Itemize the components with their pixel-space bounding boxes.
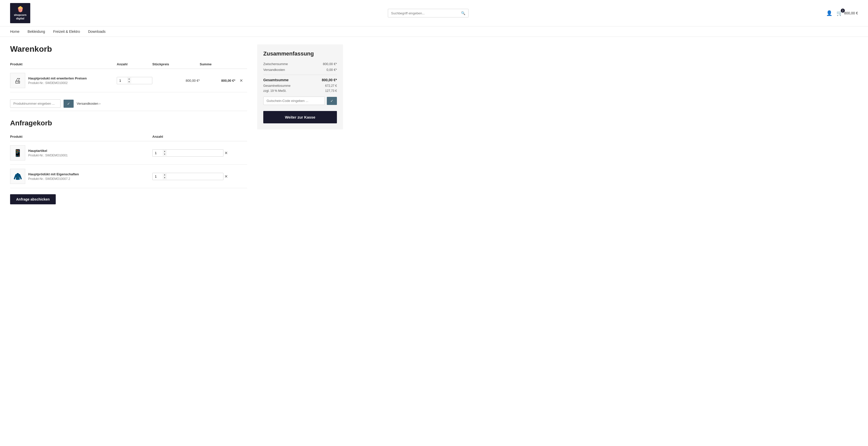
- gesamtsumme-label: Gesamtsumme: [263, 78, 288, 82]
- anfrage-product-sku-1: Produkt-Nr.: SWDEMO10001: [28, 154, 68, 157]
- anfrage-qty-down-1[interactable]: ▼: [163, 153, 167, 156]
- coupon-check-button[interactable]: ✓: [327, 97, 337, 105]
- col-header-stueck: Stückpreis: [152, 60, 200, 69]
- main-content: Warenkorb Produkt Anzahl Stückpreis Summ…: [0, 37, 353, 212]
- shipping-costs-link[interactable]: Versandkosten ›: [77, 102, 100, 106]
- anfrage-qty-1: ▲ ▼: [152, 149, 223, 157]
- summary-title: Zusammenfassung: [263, 51, 337, 57]
- header: 🍿 shopcorn digital 🔍 👤 🛒 3 800,00 €: [0, 0, 868, 27]
- product-icon: 🖨: [14, 77, 21, 85]
- anfrage-product-icon-1: 📱: [13, 149, 22, 157]
- search-button[interactable]: 🔍: [458, 9, 468, 17]
- remove-item-button[interactable]: ✕: [239, 77, 244, 84]
- summary-netto-row: Gesamtnettosumme 672,27 €: [263, 84, 337, 88]
- logo[interactable]: 🍿 shopcorn digital: [10, 3, 30, 23]
- anfrage-table: Produkt Anzahl 📱 Hauptartikel: [10, 132, 247, 188]
- product-sku: Produkt-Nr.: SWDEMO10002: [28, 81, 87, 85]
- anfrage-product-name-2: Hauptprödükt mit Eigenschaften: [28, 172, 79, 176]
- qty-down[interactable]: ▼: [127, 81, 131, 84]
- anfrage-submit-button[interactable]: Anfrage abschicken: [10, 194, 56, 204]
- logo-icon: 🍿: [14, 6, 27, 13]
- mwst-label: zzgl. 19 % MwSt.: [263, 89, 286, 93]
- anfrage-col-anzahl: Anzahl: [152, 132, 223, 141]
- header-actions: 👤 🛒 3 800,00 €: [826, 10, 858, 16]
- anfrage-remove-1-button[interactable]: ✕: [223, 150, 229, 156]
- user-icon[interactable]: 👤: [826, 10, 832, 16]
- warenkorb-title: Warenkorb: [10, 44, 247, 54]
- gesamtsumme-value: 800,00 €*: [322, 78, 337, 82]
- col-header-anzahl: Anzahl: [117, 60, 152, 69]
- col-header-summe: Summe: [200, 60, 235, 69]
- main-nav: Home Bekleidung Freizeit & Elektro Downl…: [0, 27, 868, 37]
- product-cell: 🖨 Hauptprodukt mit erweiterten Preisen P…: [10, 73, 117, 88]
- shipping-arrow-icon: ›: [99, 102, 100, 106]
- cart-icon-wrap: 🛒 3: [836, 10, 843, 16]
- anfragekorb-title: Anfragekorb: [10, 119, 247, 127]
- anfrage-row-2: 🧥 Hauptprödükt mit Eigenschaften Produkt…: [10, 165, 247, 188]
- cart-total: 800,00 €: [844, 11, 858, 15]
- quantity-stepper[interactable]: [117, 77, 127, 84]
- search-bar: 🔍: [388, 9, 469, 18]
- nav-home[interactable]: Home: [10, 30, 20, 34]
- nav-freizeit[interactable]: Freizeit & Elektro: [53, 30, 80, 34]
- col-header-product: Produkt: [10, 60, 117, 69]
- cart-area[interactable]: 🛒 3 800,00 €: [836, 10, 858, 16]
- summary-sidebar: Zusammenfassung Zwischensumme 800,00 €* …: [257, 44, 343, 204]
- netto-label: Gesamtnettosumme: [263, 84, 290, 88]
- anfrage-product-image-2: 🧥: [10, 169, 25, 184]
- anfrage-product-image-1: 📱: [10, 145, 25, 160]
- coupon-section: ✓: [263, 97, 337, 105]
- nav-downloads[interactable]: Downloads: [88, 30, 105, 34]
- shipping-label: Versandkosten: [77, 102, 98, 106]
- summary-box: Zusammenfassung Zwischensumme 800,00 €* …: [257, 44, 343, 129]
- anfrage-product-sku-2: Produkt-Nr.: SWDEMO10007.2: [28, 177, 79, 181]
- anfrage-qty-stepper-2[interactable]: [153, 173, 163, 180]
- summary-mwst-row: zzgl. 19 % MwSt. 127,73 €: [263, 89, 337, 93]
- summary-versandkosten-row: Versandkosten 0,00 €*: [263, 68, 337, 72]
- logo-text-line2: digital: [14, 17, 27, 20]
- zwischensumme-label: Zwischensumme: [263, 62, 288, 66]
- summary-divider: [263, 75, 337, 75]
- cart-badge: 3: [841, 8, 845, 12]
- stueckpreis-cell: 800,00 €*: [152, 69, 200, 92]
- qty-up[interactable]: ▲: [127, 78, 131, 81]
- netto-value: 672,27 €: [325, 84, 337, 88]
- mwst-value: 127,73 €: [325, 89, 337, 93]
- coupon-row: ✓ Versandkosten ›: [10, 96, 247, 111]
- checkout-button[interactable]: Weiter zur Kasse: [263, 111, 337, 123]
- nav-bekleidung[interactable]: Bekleidung: [28, 30, 45, 34]
- cart-row: 🖨 Hauptprodukt mit erweiterten Preisen P…: [10, 69, 247, 92]
- quantity-input: ▲ ▼: [117, 77, 152, 84]
- anfrage-qty-2: ▲ ▼: [152, 173, 223, 180]
- anfrage-product-cell-2: 🧥 Hauptprödükt mit Eigenschaften Produkt…: [10, 169, 152, 184]
- summary-gesamtsumme-row: Gesamtsumme 800,00 €*: [263, 78, 337, 82]
- anfrage-product-icon-2: 🧥: [13, 172, 22, 181]
- anfrage-qty-up-2[interactable]: ▲: [163, 173, 167, 176]
- anfrage-qty-stepper-1[interactable]: [153, 150, 163, 156]
- logo-text-line1: shopcorn: [14, 13, 27, 17]
- zwischensumme-value: 800,00 €*: [323, 62, 337, 66]
- content-area: Warenkorb Produkt Anzahl Stückpreis Summ…: [10, 44, 247, 204]
- versandkosten-label: Versandkosten: [263, 68, 285, 72]
- product-number-check-button[interactable]: ✓: [64, 100, 74, 108]
- versandkosten-value: 0,00 €*: [327, 68, 337, 72]
- anfrage-remove-2-button[interactable]: ✕: [223, 173, 229, 180]
- anfrage-product-cell-1: 📱 Hauptartikel Produkt-Nr.: SWDEMO10001: [10, 145, 152, 160]
- anfrage-qty-up-1[interactable]: ▲: [163, 150, 167, 153]
- summe-cell: 800,00 €*: [200, 69, 235, 92]
- product-name: Hauptprodukt mit erweiterten Preisen: [28, 77, 87, 80]
- anfrage-product-name-1: Hauptartikel: [28, 149, 68, 153]
- summary-zwischensumme-row: Zwischensumme 800,00 €*: [263, 62, 337, 66]
- coupon-code-input[interactable]: [263, 97, 325, 105]
- cart-table: Produkt Anzahl Stückpreis Summe 🖨: [10, 60, 247, 92]
- anfrage-row-1: 📱 Hauptartikel Produkt-Nr.: SWDEMO10001: [10, 141, 247, 165]
- search-input[interactable]: [388, 9, 458, 17]
- anfrage-qty-down-2[interactable]: ▼: [163, 176, 167, 179]
- product-image: 🖨: [10, 73, 25, 88]
- product-number-input[interactable]: [10, 99, 61, 108]
- anfrage-col-product: Produkt: [10, 132, 152, 141]
